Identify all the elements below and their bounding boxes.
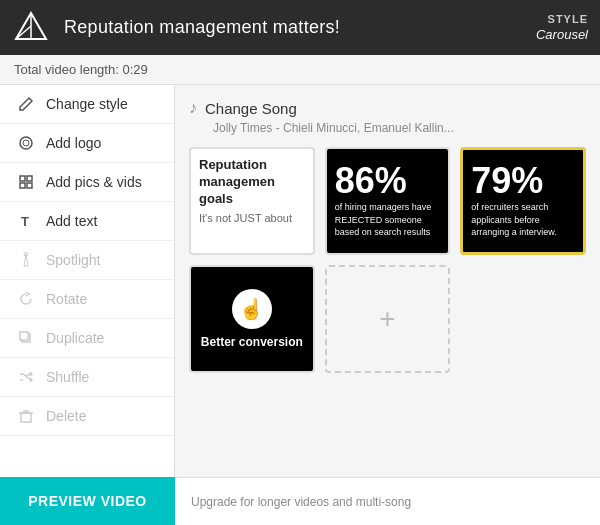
duplicate-icon xyxy=(16,330,36,346)
song-title: Change Song xyxy=(205,100,297,117)
sidebar-item-add-pics-vids[interactable]: Add pics & vids xyxy=(0,163,174,202)
preview-video-button[interactable]: PREVIEW VIDEO xyxy=(0,477,175,525)
sidebar-item-spotlight: Spotlight xyxy=(0,241,174,280)
slide-4-label: Better conversion xyxy=(201,335,303,349)
song-artist: Jolly Times - Chieli Minucci, Emanuel Ka… xyxy=(213,121,586,135)
sidebar-item-rotate: Rotate xyxy=(0,280,174,319)
video-length-text: Total video length: 0:29 xyxy=(14,62,148,77)
sidebar-label-add-logo: Add logo xyxy=(46,135,101,151)
slide-grid: Reputation managemen goals It's not JUST… xyxy=(189,147,586,373)
song-section[interactable]: ♪ Change Song xyxy=(189,99,586,117)
sidebar-label-delete: Delete xyxy=(46,408,86,424)
main-layout: Change style Add logo Add pics & vid xyxy=(0,85,600,477)
spotlight-icon xyxy=(16,252,36,268)
pencil-icon xyxy=(16,96,36,112)
upgrade-bar: Upgrade for longer videos and multi-song xyxy=(175,477,600,525)
svg-text:T: T xyxy=(21,214,29,229)
grid-icon xyxy=(16,174,36,190)
sidebar-label-change-style: Change style xyxy=(46,96,128,112)
slide-1-subtitle: It's not JUST about xyxy=(199,212,305,224)
sidebar-label-rotate: Rotate xyxy=(46,291,87,307)
shuffle-icon xyxy=(16,369,36,385)
rotate-icon xyxy=(16,291,36,307)
footer: PREVIEW VIDEO Upgrade for longer videos … xyxy=(0,477,600,525)
app-logo xyxy=(12,9,50,47)
svg-point-3 xyxy=(20,137,32,149)
slide-card-2[interactable]: 86% of hiring managers have REJECTED som… xyxy=(325,147,451,255)
slide-2-content: 86% of hiring managers have REJECTED som… xyxy=(327,149,449,253)
svg-rect-13 xyxy=(20,332,28,340)
slide-3-percent: 79% xyxy=(471,163,575,199)
slide-1-title: Reputation managemen goals xyxy=(199,157,305,208)
svg-rect-6 xyxy=(27,176,32,181)
sidebar-item-change-style[interactable]: Change style xyxy=(0,85,174,124)
touch-circle: ☝ xyxy=(232,289,272,329)
svg-rect-14 xyxy=(21,413,31,422)
sidebar-label-add-pics-vids: Add pics & vids xyxy=(46,174,142,190)
slide-2-desc: of hiring managers have REJECTED someone… xyxy=(335,201,441,239)
slide-3-desc: of recruiters search applicants before a… xyxy=(471,201,575,239)
slide-3-content: 79% of recruiters search applicants befo… xyxy=(463,150,583,252)
slide-2-percent: 86% xyxy=(335,163,441,199)
sidebar-item-shuffle: Shuffle xyxy=(0,358,174,397)
svg-rect-8 xyxy=(27,183,32,188)
slide-card-4[interactable]: ☝ Better conversion xyxy=(189,265,315,373)
delete-icon xyxy=(16,408,36,424)
sidebar: Change style Add logo Add pics & vid xyxy=(0,85,175,477)
finger-icon: ☝ xyxy=(239,297,264,321)
sidebar-label-spotlight: Spotlight xyxy=(46,252,100,268)
sidebar-item-add-logo[interactable]: Add logo xyxy=(0,124,174,163)
slide-1-content: Reputation managemen goals It's not JUST… xyxy=(191,149,313,253)
page-title: Reputation management matters! xyxy=(64,17,536,38)
sidebar-item-duplicate: Duplicate xyxy=(0,319,174,358)
svg-rect-5 xyxy=(20,176,25,181)
slide-card-3[interactable]: 79% of recruiters search applicants befo… xyxy=(460,147,586,255)
text-icon: T xyxy=(16,213,36,229)
style-badge: STYLE Carousel xyxy=(536,13,588,43)
logo-icon xyxy=(16,135,36,151)
svg-point-4 xyxy=(23,140,29,146)
slide-add-button[interactable]: + xyxy=(325,265,451,373)
svg-rect-7 xyxy=(20,183,25,188)
sidebar-label-add-text: Add text xyxy=(46,213,97,229)
style-label: STYLE xyxy=(536,13,588,25)
slide-card-1[interactable]: Reputation managemen goals It's not JUST… xyxy=(189,147,315,255)
style-value: Carousel xyxy=(536,27,588,42)
video-length-bar: Total video length: 0:29 xyxy=(0,55,600,85)
sidebar-label-shuffle: Shuffle xyxy=(46,369,89,385)
plus-icon: + xyxy=(379,303,395,335)
header: Reputation management matters! STYLE Car… xyxy=(0,0,600,55)
music-icon: ♪ xyxy=(189,99,197,117)
sidebar-item-delete: Delete xyxy=(0,397,174,436)
sidebar-label-duplicate: Duplicate xyxy=(46,330,104,346)
upgrade-text: Upgrade for longer videos and multi-song xyxy=(191,495,411,509)
sidebar-item-add-text[interactable]: T Add text xyxy=(0,202,174,241)
slide-4-content: ☝ Better conversion xyxy=(191,267,313,371)
content-area: ♪ Change Song Jolly Times - Chieli Minuc… xyxy=(175,85,600,477)
